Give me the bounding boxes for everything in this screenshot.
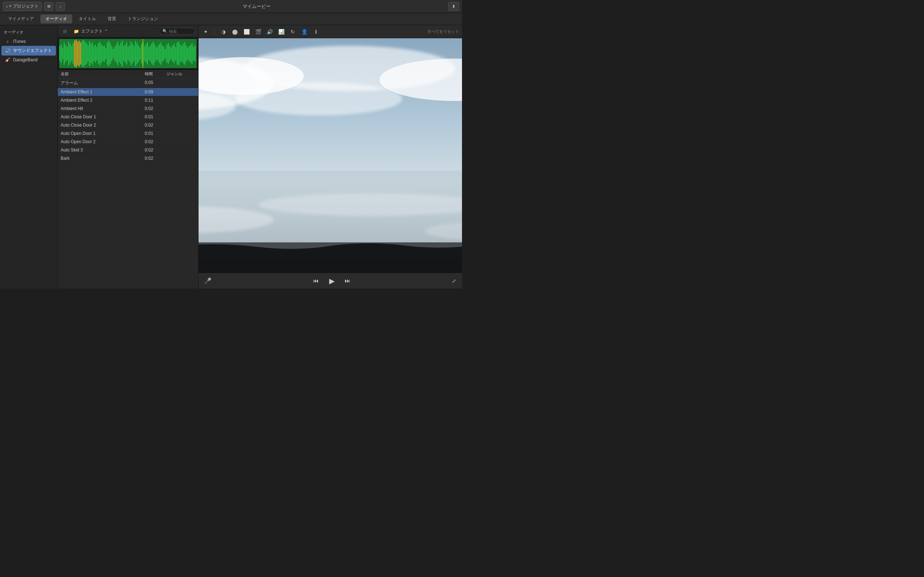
header-name: 名前 (61, 71, 145, 77)
svg-rect-60 (147, 43, 148, 64)
color-board-icon[interactable]: ⬤ (231, 27, 239, 36)
svg-rect-34 (108, 41, 109, 66)
waveform-svg: // Generate waveform bars inline via SVG… (59, 39, 197, 68)
stabilize-icon[interactable]: 👤 (300, 27, 309, 36)
tab-my-media[interactable]: マイメディア (3, 15, 39, 23)
tab-transition[interactable]: トランジション (123, 15, 163, 23)
search-box: 🔍 (159, 28, 195, 35)
svg-rect-18 (84, 42, 86, 65)
svg-rect-6 (67, 47, 68, 61)
svg-rect-17 (83, 40, 84, 67)
layout-button[interactable]: ⊞ (44, 2, 53, 11)
cell-genre (166, 122, 195, 128)
graph-icon[interactable]: 📊 (277, 27, 286, 36)
table-row[interactable]: Ambient Hit 0:02 (58, 105, 198, 113)
table-row[interactable]: Ambient Effect 1 0:09 (58, 88, 198, 96)
svg-rect-12 (76, 40, 76, 68)
previous-button[interactable]: ⏮ (311, 276, 321, 286)
svg-rect-52 (135, 41, 136, 66)
svg-rect-35 (110, 43, 111, 64)
svg-rect-24 (94, 46, 95, 61)
itunes-icon: ♪ (5, 39, 10, 44)
fullscreen-button[interactable]: ⤢ (452, 278, 456, 284)
top-bar-left: ‹ < プロジェクト ⊞ ↓ (3, 2, 65, 11)
svg-rect-37 (113, 49, 114, 58)
svg-rect-71 (163, 47, 164, 61)
svg-rect-29 (101, 44, 102, 63)
sky-svg (199, 38, 462, 272)
svg-rect-61 (149, 47, 149, 61)
svg-rect-40 (117, 42, 118, 65)
cell-name: Auto Close Door 2 (61, 122, 145, 128)
cell-genre (166, 148, 195, 153)
volume-icon[interactable]: 🔊 (265, 27, 274, 36)
cell-genre (166, 114, 195, 119)
next-button[interactable]: ⏭ (342, 276, 353, 286)
svg-rect-54 (138, 45, 139, 62)
color-wheel-icon[interactable]: ◑ (219, 27, 228, 36)
info-icon[interactable]: ℹ (312, 27, 320, 36)
top-bar-right: ⬆ (448, 2, 459, 11)
reset-all-button[interactable]: すべてをリセット (427, 29, 459, 34)
down-arrow-button[interactable]: ↓ (56, 2, 65, 11)
audio-table: 名前 時間 ジャンル アラーム 0:05 Ambient Effect 1 0:… (58, 70, 198, 288)
svg-rect-90 (192, 43, 193, 64)
wand-icon[interactable]: ✦ (201, 27, 210, 36)
cell-name: Auto Skid 3 (61, 148, 145, 153)
svg-rect-92 (195, 45, 195, 62)
tab-background[interactable]: 背景 (102, 15, 121, 23)
sidebar-item-label: サウンドエフェクト (13, 48, 52, 54)
share-button[interactable]: ⬆ (448, 2, 459, 11)
camera-icon[interactable]: 🎬 (254, 27, 262, 36)
speedometer-icon[interactable]: ↻ (288, 27, 297, 36)
nav-tabs: マイメディア オーディオ タイトル 背景 トランジション (0, 13, 462, 25)
preview-panel: ✦ ◑ ⬤ ⬜ 🎬 🔊 📊 ↻ 👤 ℹ すべてをリセット (199, 25, 462, 288)
table-row[interactable]: Auto Close Door 2 0:02 (58, 121, 198, 129)
cell-name: Ambient Hit (61, 106, 145, 111)
back-button[interactable]: ‹ < プロジェクト (3, 2, 42, 11)
svg-rect-32 (105, 48, 107, 60)
path-label: エフェクト (81, 28, 103, 34)
play-button[interactable]: ▶ (327, 276, 337, 286)
svg-rect-59 (145, 44, 147, 63)
table-row[interactable]: Ambient Effect 2 0:11 (58, 96, 198, 105)
top-bar: ‹ < プロジェクト ⊞ ↓ マイムービー ⬆ (0, 0, 462, 13)
svg-rect-20 (87, 45, 89, 62)
panel-toggle-button[interactable]: ⊟ (61, 28, 69, 35)
svg-rect-19 (86, 43, 87, 64)
sidebar: オーディオ ♪ iTunes 🔊 サウンドエフェクト 🎸 GarageBand (0, 25, 58, 288)
table-row[interactable]: Auto Close Door 1 0:01 (58, 113, 198, 121)
sidebar-item-label: iTunes (13, 39, 26, 44)
table-row[interactable]: Auto Open Door 1 0:01 (58, 129, 198, 138)
cell-time: 0:01 (145, 131, 166, 136)
table-row[interactable]: Auto Skid 3 0:02 (58, 146, 198, 154)
microphone-button[interactable]: 🎤 (204, 277, 212, 284)
svg-rect-10 (73, 43, 74, 64)
svg-rect-23 (92, 43, 93, 64)
search-input[interactable] (169, 29, 194, 34)
svg-rect-64 (153, 42, 154, 65)
svg-rect-46 (126, 43, 127, 64)
sidebar-item-garageband[interactable]: 🎸 GarageBand (2, 56, 56, 64)
sidebar-item-itunes[interactable]: ♪ iTunes (2, 37, 56, 46)
table-row[interactable]: アラーム 0:05 (58, 79, 198, 88)
tab-audio[interactable]: オーディオ (40, 15, 72, 23)
browser-toolbar: ⊟ 📁 エフェクト ⌃ 🔍 (58, 25, 198, 37)
table-row[interactable]: Auto Open Door 2 0:02 (58, 138, 198, 146)
header-time: 時間 (145, 71, 166, 77)
share-icon: ⬆ (452, 4, 456, 9)
svg-rect-72 (165, 49, 166, 58)
tab-title[interactable]: タイトル (74, 15, 101, 23)
svg-point-101 (236, 82, 402, 115)
cell-genre (166, 131, 195, 136)
crop-icon[interactable]: ⬜ (242, 27, 251, 36)
cell-name: Auto Open Door 1 (61, 131, 145, 136)
svg-rect-43 (122, 41, 123, 66)
svg-rect-81 (178, 42, 179, 65)
svg-rect-44 (123, 46, 124, 61)
svg-rect-39 (116, 44, 117, 63)
sidebar-item-sound-effects[interactable]: 🔊 サウンドエフェクト (2, 46, 56, 56)
svg-rect-47 (128, 47, 129, 61)
svg-rect-41 (119, 45, 120, 62)
table-row[interactable]: Bark 0:02 (58, 154, 198, 163)
